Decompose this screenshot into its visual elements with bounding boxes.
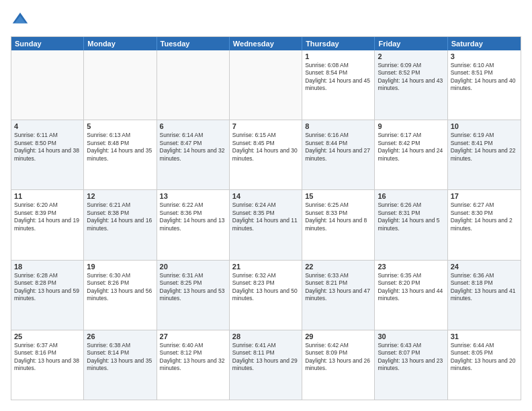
day-number: 15: [305, 192, 371, 200]
cell-info: Sunrise: 6:37 AM Sunset: 8:16 PM Dayligh…: [14, 342, 81, 373]
day-number: 27: [160, 332, 226, 340]
day-number: 31: [451, 332, 518, 340]
day-number: 18: [14, 263, 81, 271]
calendar-cell: 13Sunrise: 6:22 AM Sunset: 8:36 PM Dayli…: [157, 190, 230, 259]
calendar-page: SundayMondayTuesdayWednesdayThursdayFrid…: [0, 0, 532, 411]
calendar-row-2: 4Sunrise: 6:11 AM Sunset: 8:50 PM Daylig…: [11, 120, 521, 189]
calendar-body: 1Sunrise: 6:08 AM Sunset: 8:54 PM Daylig…: [11, 50, 521, 400]
cell-info: Sunrise: 6:28 AM Sunset: 8:28 PM Dayligh…: [14, 272, 81, 303]
calendar-cell: 5Sunrise: 6:13 AM Sunset: 8:48 PM Daylig…: [84, 120, 157, 189]
calendar-row-3: 11Sunrise: 6:20 AM Sunset: 8:39 PM Dayli…: [11, 189, 521, 259]
weekday-header-saturday: Saturday: [448, 37, 521, 50]
calendar-cell: 11Sunrise: 6:20 AM Sunset: 8:39 PM Dayli…: [11, 190, 84, 259]
calendar-row-1: 1Sunrise: 6:08 AM Sunset: 8:54 PM Daylig…: [11, 50, 521, 120]
day-number: 10: [451, 122, 518, 130]
cell-info: Sunrise: 6:24 AM Sunset: 8:35 PM Dayligh…: [232, 201, 299, 232]
calendar-cell: [11, 50, 84, 120]
calendar-row-4: 18Sunrise: 6:28 AM Sunset: 8:28 PM Dayli…: [11, 260, 521, 330]
calendar-cell: 20Sunrise: 6:31 AM Sunset: 8:25 PM Dayli…: [157, 261, 230, 330]
day-number: 11: [14, 192, 81, 200]
calendar-cell: 18Sunrise: 6:28 AM Sunset: 8:28 PM Dayli…: [11, 261, 84, 330]
cell-info: Sunrise: 6:27 AM Sunset: 8:30 PM Dayligh…: [451, 201, 518, 232]
calendar-cell: 14Sunrise: 6:24 AM Sunset: 8:35 PM Dayli…: [230, 190, 302, 259]
day-number: 8: [305, 122, 371, 130]
calendar-cell: 21Sunrise: 6:32 AM Sunset: 8:23 PM Dayli…: [230, 261, 302, 330]
cell-info: Sunrise: 6:25 AM Sunset: 8:33 PM Dayligh…: [305, 201, 371, 232]
calendar-cell: 1Sunrise: 6:08 AM Sunset: 8:54 PM Daylig…: [302, 50, 375, 120]
cell-info: Sunrise: 6:33 AM Sunset: 8:21 PM Dayligh…: [305, 272, 371, 303]
calendar-cell: 16Sunrise: 6:26 AM Sunset: 8:31 PM Dayli…: [375, 190, 447, 259]
calendar-cell: 3Sunrise: 6:10 AM Sunset: 8:51 PM Daylig…: [448, 50, 521, 120]
cell-info: Sunrise: 6:30 AM Sunset: 8:26 PM Dayligh…: [87, 272, 153, 303]
calendar-cell: 2Sunrise: 6:09 AM Sunset: 8:52 PM Daylig…: [375, 50, 447, 120]
cell-info: Sunrise: 6:20 AM Sunset: 8:39 PM Dayligh…: [14, 201, 81, 232]
day-number: 5: [87, 122, 153, 130]
calendar-cell: 31Sunrise: 6:44 AM Sunset: 8:05 PM Dayli…: [448, 330, 521, 400]
calendar-cell: 8Sunrise: 6:16 AM Sunset: 8:44 PM Daylig…: [302, 120, 375, 189]
day-number: 28: [232, 332, 299, 340]
calendar-cell: [230, 50, 302, 120]
cell-info: Sunrise: 6:32 AM Sunset: 8:23 PM Dayligh…: [232, 272, 299, 303]
calendar-cell: 9Sunrise: 6:17 AM Sunset: 8:42 PM Daylig…: [375, 120, 447, 189]
cell-info: Sunrise: 6:08 AM Sunset: 8:54 PM Dayligh…: [305, 62, 371, 93]
calendar-cell: 17Sunrise: 6:27 AM Sunset: 8:30 PM Dayli…: [448, 190, 521, 259]
calendar-cell: 10Sunrise: 6:19 AM Sunset: 8:41 PM Dayli…: [448, 120, 521, 189]
cell-info: Sunrise: 6:10 AM Sunset: 8:51 PM Dayligh…: [451, 62, 518, 93]
cell-info: Sunrise: 6:38 AM Sunset: 8:14 PM Dayligh…: [87, 342, 153, 373]
weekday-header-thursday: Thursday: [302, 37, 375, 50]
day-number: 12: [87, 192, 153, 200]
calendar-cell: 29Sunrise: 6:42 AM Sunset: 8:09 PM Dayli…: [302, 330, 375, 400]
calendar-cell: 19Sunrise: 6:30 AM Sunset: 8:26 PM Dayli…: [84, 261, 157, 330]
cell-info: Sunrise: 6:31 AM Sunset: 8:25 PM Dayligh…: [160, 272, 226, 303]
logo: [11, 11, 32, 30]
calendar-cell: 23Sunrise: 6:35 AM Sunset: 8:20 PM Dayli…: [375, 261, 447, 330]
weekday-header-monday: Monday: [84, 37, 157, 50]
header: [11, 11, 521, 30]
day-number: 3: [451, 52, 518, 60]
calendar-row-5: 25Sunrise: 6:37 AM Sunset: 8:16 PM Dayli…: [11, 330, 521, 400]
cell-info: Sunrise: 6:19 AM Sunset: 8:41 PM Dayligh…: [451, 132, 518, 163]
cell-info: Sunrise: 6:44 AM Sunset: 8:05 PM Dayligh…: [451, 342, 518, 373]
day-number: 19: [87, 263, 153, 271]
calendar-cell: 25Sunrise: 6:37 AM Sunset: 8:16 PM Dayli…: [11, 330, 84, 400]
cell-info: Sunrise: 6:16 AM Sunset: 8:44 PM Dayligh…: [305, 132, 371, 163]
cell-info: Sunrise: 6:15 AM Sunset: 8:45 PM Dayligh…: [232, 132, 299, 163]
calendar-cell: 12Sunrise: 6:21 AM Sunset: 8:38 PM Dayli…: [84, 190, 157, 259]
cell-info: Sunrise: 6:17 AM Sunset: 8:42 PM Dayligh…: [378, 132, 444, 163]
day-number: 24: [451, 263, 518, 271]
day-number: 23: [378, 263, 444, 271]
cell-info: Sunrise: 6:43 AM Sunset: 8:07 PM Dayligh…: [378, 342, 444, 373]
weekday-header-sunday: Sunday: [11, 37, 84, 50]
cell-info: Sunrise: 6:36 AM Sunset: 8:18 PM Dayligh…: [451, 272, 518, 303]
day-number: 30: [378, 332, 444, 340]
day-number: 26: [87, 332, 153, 340]
day-number: 16: [378, 192, 444, 200]
cell-info: Sunrise: 6:21 AM Sunset: 8:38 PM Dayligh…: [87, 201, 153, 232]
weekday-header-tuesday: Tuesday: [157, 37, 230, 50]
weekday-header-wednesday: Wednesday: [230, 37, 302, 50]
day-number: 1: [305, 52, 371, 60]
calendar-cell: [157, 50, 230, 120]
day-number: 7: [232, 122, 299, 130]
cell-info: Sunrise: 6:22 AM Sunset: 8:36 PM Dayligh…: [160, 201, 226, 232]
cell-info: Sunrise: 6:40 AM Sunset: 8:12 PM Dayligh…: [160, 342, 226, 373]
day-number: 29: [305, 332, 371, 340]
day-number: 25: [14, 332, 81, 340]
logo-icon: [11, 11, 30, 30]
calendar-header: SundayMondayTuesdayWednesdayThursdayFrid…: [11, 37, 521, 50]
cell-info: Sunrise: 6:41 AM Sunset: 8:11 PM Dayligh…: [232, 342, 299, 373]
day-number: 20: [160, 263, 226, 271]
calendar-cell: 7Sunrise: 6:15 AM Sunset: 8:45 PM Daylig…: [230, 120, 302, 189]
cell-info: Sunrise: 6:26 AM Sunset: 8:31 PM Dayligh…: [378, 201, 444, 232]
day-number: 21: [232, 263, 299, 271]
cell-info: Sunrise: 6:14 AM Sunset: 8:47 PM Dayligh…: [160, 132, 226, 163]
day-number: 14: [232, 192, 299, 200]
calendar-cell: 24Sunrise: 6:36 AM Sunset: 8:18 PM Dayli…: [448, 261, 521, 330]
day-number: 13: [160, 192, 226, 200]
cell-info: Sunrise: 6:11 AM Sunset: 8:50 PM Dayligh…: [14, 132, 81, 163]
weekday-header-friday: Friday: [375, 37, 447, 50]
calendar: SundayMondayTuesdayWednesdayThursdayFrid…: [11, 36, 521, 400]
calendar-cell: 28Sunrise: 6:41 AM Sunset: 8:11 PM Dayli…: [230, 330, 302, 400]
day-number: 17: [451, 192, 518, 200]
calendar-cell: 4Sunrise: 6:11 AM Sunset: 8:50 PM Daylig…: [11, 120, 84, 189]
